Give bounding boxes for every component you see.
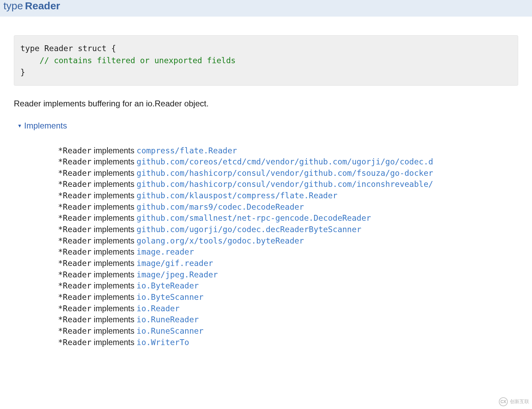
interface-link[interactable]: github.com/klauspost/compress/flate.Read… <box>136 191 338 200</box>
implements-row: *Reader implements io.ByteScanner <box>58 292 518 303</box>
implements-row: *Reader implements github.com/smallnest/… <box>58 212 518 224</box>
type-keyword: type <box>3 0 23 11</box>
interface-link[interactable]: golang.org/x/tools/godoc.byteReader <box>136 236 304 245</box>
implements-keyword: implements <box>92 191 136 200</box>
star-type: *Reader <box>58 304 92 313</box>
type-header: type Reader <box>0 0 532 17</box>
interface-link[interactable]: io.Reader <box>136 304 180 313</box>
star-type: *Reader <box>58 225 92 234</box>
implements-keyword: implements <box>92 202 136 211</box>
implements-row: *Reader implements image/gif.reader <box>58 258 518 269</box>
interface-link[interactable]: io.RuneReader <box>136 315 199 324</box>
type-description: Reader implements buffering for an io.Re… <box>14 99 518 108</box>
interface-link[interactable]: io.RuneScanner <box>136 326 203 335</box>
interface-link[interactable]: io.ByteScanner <box>136 293 203 302</box>
implements-keyword: implements <box>92 146 136 155</box>
implements-row: *Reader implements io.RuneScanner <box>58 325 518 337</box>
implements-row: *Reader implements image.reader <box>58 246 518 258</box>
star-type: *Reader <box>58 191 92 200</box>
implements-row: *Reader implements github.com/hashicorp/… <box>58 168 518 179</box>
code-line-1: type Reader struct { <box>20 44 116 53</box>
star-type: *Reader <box>58 202 92 211</box>
implements-row: *Reader implements github.com/klauspost/… <box>58 190 518 201</box>
implements-toggle[interactable]: ▼ Implements <box>17 121 518 131</box>
implements-row: *Reader implements io.ByteReader <box>58 280 518 292</box>
interface-link[interactable]: image/jpeg.Reader <box>136 270 218 279</box>
star-type: *Reader <box>58 338 92 347</box>
implements-row: *Reader implements github.com/ugorji/go/… <box>58 224 518 235</box>
implements-keyword: implements <box>92 169 136 178</box>
content: type Reader struct { // contains filtere… <box>0 35 532 348</box>
star-type: *Reader <box>58 315 92 324</box>
implements-row: *Reader implements compress/flate.Reader <box>58 145 518 156</box>
interface-link[interactable]: io.ByteReader <box>136 281 199 290</box>
star-type: *Reader <box>58 326 92 335</box>
star-type: *Reader <box>58 180 92 189</box>
star-type: *Reader <box>58 146 92 155</box>
interface-link[interactable]: github.com/hashicorp/consul/vendor/githu… <box>136 169 433 178</box>
interface-link[interactable]: image.reader <box>136 247 194 256</box>
star-type: *Reader <box>58 236 92 245</box>
star-type: *Reader <box>58 270 92 279</box>
type-definition-code: type Reader struct { // contains filtere… <box>14 35 518 86</box>
star-type: *Reader <box>58 281 92 290</box>
implements-keyword: implements <box>92 236 136 245</box>
implements-keyword: implements <box>92 281 136 290</box>
implements-list: *Reader implements compress/flate.Reader… <box>14 145 518 348</box>
star-type: *Reader <box>58 259 92 268</box>
star-type: *Reader <box>58 169 92 178</box>
implements-keyword: implements <box>92 326 136 335</box>
interface-link[interactable]: github.com/mars9/codec.DecodeReader <box>136 202 304 211</box>
interface-link[interactable]: github.com/hashicorp/consul/vendor/githu… <box>136 180 433 189</box>
star-type: *Reader <box>58 247 92 256</box>
implements-keyword: implements <box>92 225 136 234</box>
implements-row: *Reader implements github.com/hashicorp/… <box>58 179 518 190</box>
implements-row: *Reader implements io.RuneReader <box>58 314 518 325</box>
implements-keyword: implements <box>92 304 136 313</box>
implements-row: *Reader implements io.WriterTo <box>58 337 518 348</box>
interface-link[interactable]: github.com/smallnest/net-rpc-gencode.Dec… <box>136 213 371 222</box>
implements-row: *Reader implements image/jpeg.Reader <box>58 269 518 280</box>
implements-keyword: implements <box>92 213 136 222</box>
implements-keyword: implements <box>92 293 136 302</box>
implements-row: *Reader implements golang.org/x/tools/go… <box>58 235 518 247</box>
code-line-3: } <box>20 68 25 77</box>
interface-link[interactable]: github.com/coreos/etcd/cmd/vendor/github… <box>136 157 433 166</box>
star-type: *Reader <box>58 293 92 302</box>
implements-keyword: implements <box>92 338 136 347</box>
implements-row: *Reader implements io.Reader <box>58 303 518 314</box>
interface-link[interactable]: compress/flate.Reader <box>136 146 237 155</box>
implements-row: *Reader implements github.com/mars9/code… <box>58 201 518 213</box>
implements-keyword: implements <box>92 259 136 268</box>
chevron-down-icon: ▼ <box>17 123 22 129</box>
implements-keyword: implements <box>92 270 136 279</box>
implements-keyword: implements <box>92 315 136 324</box>
interface-link[interactable]: io.WriterTo <box>136 338 189 347</box>
interface-link[interactable]: image/gif.reader <box>136 259 213 268</box>
interface-link[interactable]: github.com/ugorji/go/codec.decReaderByte… <box>136 225 361 234</box>
implements-keyword: implements <box>92 180 136 189</box>
type-name[interactable]: Reader <box>25 0 60 11</box>
code-comment: // contains filtered or unexported field… <box>20 56 236 65</box>
star-type: *Reader <box>58 157 92 166</box>
implements-row: *Reader implements github.com/coreos/etc… <box>58 156 518 168</box>
implements-keyword: implements <box>92 157 136 166</box>
implements-label: Implements <box>24 121 67 131</box>
star-type: *Reader <box>58 213 92 222</box>
implements-keyword: implements <box>92 247 136 256</box>
